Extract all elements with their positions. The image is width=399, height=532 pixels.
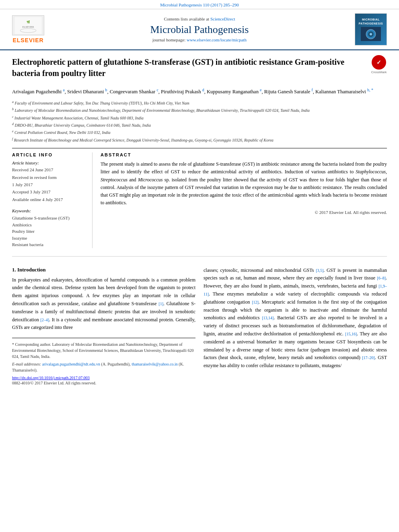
affiliations-section: a Faculty of Environment and Labour Safe…: [12, 100, 387, 143]
keywords-section: Keywords: Glutathione S-transferase (GST…: [12, 208, 86, 248]
affiliation-d: d DRDO-BU, Bharathiar University Campus,…: [12, 122, 387, 128]
abstract-label: ABSTRACT: [101, 152, 387, 157]
email-link-1[interactable]: arivalagan.pugazhendhi@tdt.edu.vn: [42, 362, 100, 366]
journal-logo-right: MICROBIALPATHOGENESIS: [351, 13, 391, 45]
homepage-line: journal homepage: www.elsevier.com/locat…: [56, 37, 343, 42]
journal-title: Microbial Pathogenesis: [56, 24, 343, 36]
accepted-date: Accepted 3 July 2017: [12, 189, 86, 195]
keyword-bacteria: Resistant bacteria: [12, 241, 86, 248]
journal-logo-box: MICROBIALPATHOGENESIS: [355, 13, 387, 45]
svg-text:ELSEVIER: ELSEVIER: [23, 26, 34, 28]
keyword-isozyme: Isozyme: [12, 235, 86, 242]
revised-date: 1 July 2017: [12, 182, 86, 188]
affiliation-a: a Faculty of Environment and Labour Safe…: [12, 100, 387, 106]
elsevier-logo-image: 🌿 ELSEVIER: [12, 15, 44, 35]
section-divider: [12, 256, 387, 257]
doi-link[interactable]: http://dx.doi.org/10.1016/j.micpath.2017…: [12, 376, 195, 380]
keyword-poultry: Poultry litter: [12, 228, 86, 235]
article-info-abstract: ARTICLE INFO Article history: Received 2…: [12, 148, 387, 248]
journal-reference-bar: Microbial Pathogenesis 110 (2017) 285–29…: [0, 0, 399, 9]
body-two-col: 1. Introduction In prokaryotes and eukar…: [12, 263, 387, 386]
email-link-2[interactable]: thamaraiselvik@yahoo.co.in: [132, 362, 178, 366]
body-left-col: 1. Introduction In prokaryotes and eukar…: [12, 267, 195, 386]
keyword-antibiotics: Antibiotics: [12, 222, 86, 228]
keyword-gst: Glutathione S-transferase (GST): [12, 215, 86, 222]
body-right-col: classes; cytosolic, microsomal and mitoc…: [204, 267, 387, 386]
copyright-line: © 2017 Elsevier Ltd. All rights reserved…: [101, 210, 387, 215]
crossmark-icon: ✓: [372, 55, 386, 70]
revised-label: Received in revised form: [12, 175, 86, 181]
footnote-corresponding: * Corresponding author. Laboratory of Mo…: [12, 341, 195, 359]
intro-paragraph-1: In prokaryotes and eukaryotes, detoxific…: [12, 276, 195, 332]
main-content: Electrophoretic pattern of glutathione S…: [0, 50, 399, 391]
article-info-col: ARTICLE INFO Article history: Received 2…: [12, 152, 93, 248]
intro-section-title: 1. Introduction: [12, 267, 195, 273]
issn-line: 0882-4010/© 2017 Elsevier Ltd. All right…: [12, 381, 195, 385]
affiliation-e: e Central Pollution Control Board, New D…: [12, 129, 387, 136]
page-wrapper: Microbial Pathogenesis 110 (2017) 285–29…: [0, 0, 399, 532]
elsevier-brand-text: ELSEVIER: [12, 37, 43, 43]
affiliation-c: c Industrial Waste Management Associatio…: [12, 115, 387, 121]
affiliation-f: f Research Institute of Biotechnology an…: [12, 137, 387, 143]
right-col-intro-text: classes; cytosolic, microsomal and mitoc…: [204, 267, 387, 370]
homepage-link[interactable]: www.elsevier.com/locate/micpath: [187, 37, 247, 42]
crossmark-section[interactable]: ✓ CrossMark: [371, 56, 387, 72]
footnotes-area: * Corresponding author. Laboratory of Mo…: [12, 338, 195, 385]
authors-section: Arivalagan Pugazhendhi a, Sridevi Dhanar…: [12, 87, 387, 96]
footnote-email: E-mail addresses: arivalagan.pugazhendhi…: [12, 361, 195, 373]
history-label: Article history:: [12, 160, 86, 165]
journal-center-header: Contents lists available at ScienceDirec…: [48, 16, 351, 42]
contents-line: Contents lists available at ScienceDirec…: [56, 16, 343, 21]
article-title: Electrophoretic pattern of glutathione S…: [12, 56, 371, 79]
journal-header: 🌿 ELSEVIER ELSEVIER Contents lists avail…: [0, 9, 399, 50]
svg-text:✓: ✓: [376, 59, 381, 66]
available-date: Available online 4 July 2017: [12, 197, 86, 203]
article-info-label: ARTICLE INFO: [12, 152, 86, 157]
abstract-col: ABSTRACT The present study is aimed to a…: [101, 152, 387, 248]
keywords-label: Keywords:: [12, 208, 86, 213]
journal-reference-text: Microbial Pathogenesis 110 (2017) 285–29…: [160, 2, 239, 7]
received-date: Received 24 June 2017: [12, 167, 86, 173]
article-title-section: Electrophoretic pattern of glutathione S…: [12, 56, 387, 82]
elsevier-logo-section: 🌿 ELSEVIER ELSEVIER: [8, 15, 48, 43]
svg-point-6: [370, 33, 372, 35]
svg-text:🌿: 🌿: [27, 20, 30, 24]
sciencedirect-link[interactable]: ScienceDirect: [210, 16, 235, 21]
affiliation-b: b Laboratory of Molecular Bioremediation…: [12, 107, 387, 113]
abstract-text: The present study is aimed to assess the…: [101, 160, 387, 207]
